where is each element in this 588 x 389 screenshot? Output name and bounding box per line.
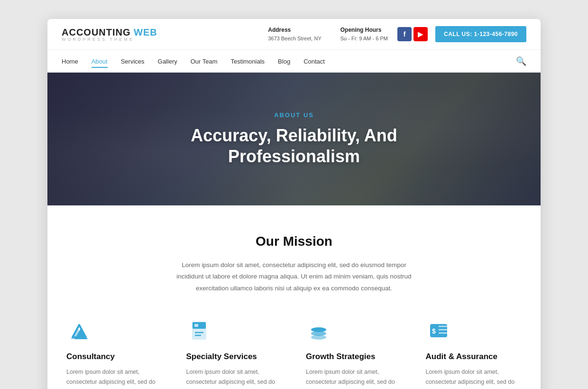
- growth-title: Growth Strategies: [306, 352, 402, 361]
- nav-link-contact[interactable]: Contact: [303, 56, 325, 67]
- nav-item-home[interactable]: Home: [62, 57, 78, 65]
- audit-text: Lorem ipsum dolor sit amet, consectetur …: [426, 367, 522, 389]
- nav-link-ourteam[interactable]: Our Team: [191, 56, 218, 67]
- youtube-button[interactable]: ▶: [413, 27, 428, 41]
- address-block: Address 3673 Beech Street, NY: [268, 26, 322, 43]
- nav-links: Home About Services Gallery Our Team Tes…: [62, 57, 516, 65]
- service-specialty: Specialty Services Lorem ipsum dolor sit…: [182, 318, 287, 389]
- specialty-text: Lorem ipsum dolor sit amet, consectetur …: [186, 367, 283, 389]
- address-value: 3673 Beech Street, NY: [268, 35, 322, 43]
- consultancy-icon: [66, 318, 92, 343]
- audit-icon: $: [426, 318, 451, 343]
- specialty-icon: [186, 318, 212, 343]
- nav-item-services[interactable]: Services: [121, 57, 145, 65]
- svg-text:$: $: [432, 327, 436, 335]
- nav-item-about[interactable]: About: [92, 57, 108, 65]
- consultancy-text: Lorem ipsum dolor sit amet, consectetur …: [66, 367, 163, 389]
- social-icons: f ▶: [397, 27, 428, 41]
- svg-rect-7: [194, 324, 198, 327]
- nav-bar: Home About Services Gallery Our Team Tes…: [47, 50, 541, 73]
- nav-link-gallery[interactable]: Gallery: [158, 56, 177, 67]
- nav-item-ourteam[interactable]: Our Team: [191, 57, 218, 65]
- call-button[interactable]: CALL US: 1-123-456-7890: [435, 26, 526, 42]
- service-consultancy: Consultancy Lorem ipsum dolor sit amet, …: [62, 318, 167, 389]
- hero-title: Accuracy, Reliability, And Professionali…: [161, 125, 427, 166]
- logo-text: ACCOUNTING WEB: [62, 27, 157, 38]
- audit-title: Audit & Assurance: [426, 352, 522, 361]
- hours-block: Opening Hours Su - Fr: 9 AM - 6 PM: [340, 26, 388, 43]
- logo-accent: WEB: [131, 27, 157, 37]
- nav-item-testimonials[interactable]: Testimonials: [231, 57, 265, 65]
- logo: ACCOUNTING WEB WORDPRESS THEME: [62, 27, 157, 42]
- hero-content: ABOUT US Accuracy, Reliability, And Prof…: [152, 111, 436, 166]
- mission-text: Lorem ipsum dolor sit amet, consectetur …: [171, 259, 417, 294]
- svg-point-10: [311, 327, 326, 332]
- facebook-button[interactable]: f: [397, 27, 412, 41]
- consultancy-title: Consultancy: [66, 352, 163, 361]
- top-bar: ACCOUNTING WEB WORDPRESS THEME Address 3…: [47, 19, 541, 50]
- hours-label: Opening Hours: [340, 26, 388, 35]
- nav-link-services[interactable]: Services: [121, 56, 145, 67]
- nav-item-contact[interactable]: Contact: [303, 57, 325, 65]
- search-icon[interactable]: 🔍: [516, 56, 526, 66]
- nav-link-blog[interactable]: Blog: [278, 56, 290, 67]
- hero-section: ABOUT US Accuracy, Reliability, And Prof…: [47, 73, 541, 205]
- services-section: Consultancy Lorem ipsum dolor sit amet, …: [47, 318, 541, 389]
- growth-text: Lorem ipsum dolor sit amet, consectetur …: [306, 367, 402, 389]
- hero-subtitle: ABOUT US: [161, 111, 427, 119]
- nav-item-blog[interactable]: Blog: [278, 57, 290, 65]
- mission-section: Our Mission Lorem ipsum dolor sit amet, …: [47, 205, 541, 318]
- top-bar-info: Address 3673 Beech Street, NY Opening Ho…: [268, 26, 388, 43]
- nav-link-home[interactable]: Home: [62, 56, 78, 67]
- nav-item-gallery[interactable]: Gallery: [158, 57, 177, 65]
- mission-title: Our Mission: [62, 234, 526, 249]
- service-growth: Growth Strategies Lorem ipsum dolor sit …: [301, 318, 407, 389]
- nav-link-about[interactable]: About: [92, 56, 108, 68]
- browser-window: ACCOUNTING WEB WORDPRESS THEME Address 3…: [47, 19, 541, 389]
- nav-link-testimonials[interactable]: Testimonials: [231, 56, 265, 67]
- address-label: Address: [268, 26, 322, 35]
- service-audit: $ Audit & Assurance Lorem ipsum dolor si…: [421, 318, 527, 389]
- hours-value: Su - Fr: 9 AM - 6 PM: [340, 35, 388, 43]
- growth-icon: [306, 318, 331, 343]
- specialty-title: Specialty Services: [186, 352, 283, 361]
